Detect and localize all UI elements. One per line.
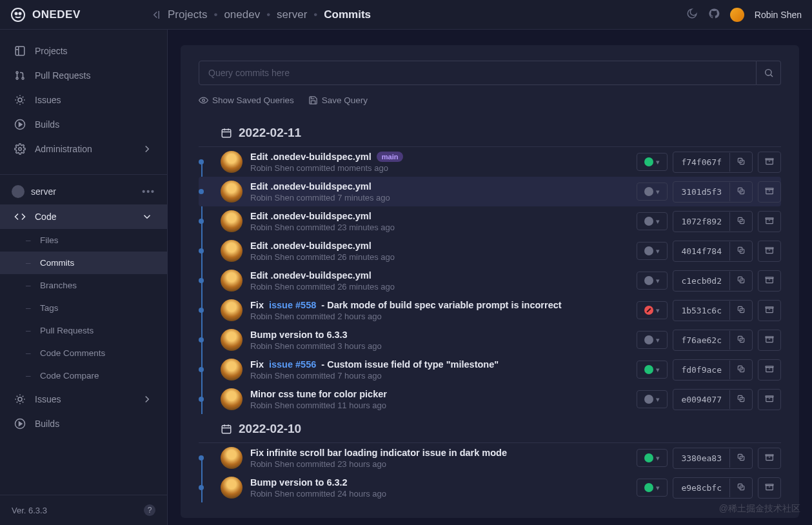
copy-hash-button[interactable] — [730, 301, 752, 321]
commit-title[interactable]: Edit .onedev-buildspec.yml — [250, 211, 629, 221]
sidebar-item-builds[interactable]: Builds — [0, 112, 167, 137]
copy-hash-button[interactable] — [730, 478, 752, 498]
build-status[interactable]: ▾ — [637, 272, 668, 290]
sidebar-item-issues[interactable]: Issues — [0, 88, 167, 112]
browse-tree-button[interactable] — [758, 241, 781, 262]
build-status[interactable]: ▾ — [637, 449, 668, 467]
commit-avatar[interactable] — [221, 299, 243, 321]
browse-tree-button[interactable] — [758, 389, 781, 410]
sidebar-sub-tags[interactable]: Tags — [0, 297, 167, 319]
commit-title[interactable]: Edit .onedev-buildspec.yml — [250, 181, 629, 192]
hash-link[interactable]: 1b531c6c — [673, 301, 730, 320]
commit-avatar[interactable] — [221, 240, 243, 262]
crumb-server[interactable]: server — [277, 8, 307, 21]
browse-tree-button[interactable] — [758, 211, 781, 232]
commit-title[interactable]: Fix infinite scroll bar loading indicato… — [250, 448, 629, 458]
commit-author[interactable]: Robin Shen — [250, 252, 294, 262]
sidebar-sub-code-comments[interactable]: Code Comments — [0, 342, 167, 364]
sidebar-collapse-button[interactable] — [150, 9, 161, 21]
hash-link[interactable]: fd0f9ace — [673, 361, 730, 379]
theme-toggle-icon[interactable] — [686, 8, 698, 21]
hash-link[interactable]: 4014f784 — [673, 242, 730, 261]
commit-author[interactable]: Robin Shen — [250, 341, 294, 351]
project-more-icon[interactable]: ••• — [142, 186, 155, 197]
hash-link[interactable]: e9e8cbfc — [673, 479, 730, 497]
commit-author[interactable]: Robin Shen — [250, 193, 294, 203]
hash-link[interactable]: f74f067f — [673, 153, 730, 172]
build-status[interactable]: ▾ — [637, 183, 668, 201]
save-query[interactable]: Save Query — [308, 95, 368, 105]
crumb-onedev[interactable]: onedev — [224, 8, 260, 21]
sidebar-item-projects[interactable]: Projects — [0, 39, 167, 63]
sidebar-sub-files[interactable]: Files — [0, 229, 167, 252]
commit-author[interactable]: Robin Shen — [250, 459, 294, 469]
project-selector[interactable]: server ••• — [0, 179, 167, 204]
issue-link[interactable]: issue #556 — [269, 359, 316, 370]
sidebar-item-administration[interactable]: Administration — [0, 137, 167, 161]
build-status[interactable]: ▾ — [637, 242, 668, 260]
commit-title[interactable]: Edit .onedev-buildspec.yml — [250, 270, 629, 281]
browse-tree-button[interactable] — [758, 477, 781, 499]
commit-author[interactable]: Robin Shen — [250, 489, 294, 499]
github-icon[interactable] — [708, 8, 720, 21]
logo[interactable]: ONEDEV — [10, 7, 168, 23]
build-status[interactable]: ▾ — [637, 153, 668, 171]
commit-avatar[interactable] — [221, 477, 243, 499]
copy-hash-button[interactable] — [730, 390, 752, 410]
sidebar-code[interactable]: Code — [0, 204, 167, 229]
help-icon[interactable]: ? — [144, 504, 155, 516]
show-saved-queries[interactable]: Show Saved Queries — [199, 95, 294, 105]
build-status[interactable]: ▾ — [637, 212, 668, 230]
build-status[interactable]: ▾ — [637, 301, 668, 319]
build-status[interactable]: ▾ — [637, 479, 668, 497]
issue-link[interactable]: issue #558 — [269, 300, 316, 310]
browse-tree-button[interactable] — [758, 270, 781, 292]
hash-link[interactable]: 3380ea83 — [673, 449, 730, 468]
commit-author[interactable]: Robin Shen — [250, 223, 294, 232]
commit-avatar[interactable] — [221, 359, 243, 381]
build-status[interactable]: ▾ — [637, 331, 668, 349]
browse-tree-button[interactable] — [758, 448, 781, 469]
hash-link[interactable]: 3101d5f3 — [673, 183, 730, 201]
browse-tree-button[interactable] — [758, 359, 781, 381]
commit-author[interactable]: Robin Shen — [250, 401, 294, 410]
branch-badge[interactable]: main — [377, 152, 404, 162]
commit-author[interactable]: Robin Shen — [250, 163, 294, 173]
user-avatar[interactable] — [730, 8, 744, 22]
browse-tree-button[interactable] — [758, 300, 781, 321]
commit-title[interactable]: Bump version to 6.3.3 — [250, 330, 629, 340]
search-button[interactable] — [757, 61, 781, 85]
sidebar-item-builds-2[interactable]: Builds — [0, 411, 167, 436]
build-status[interactable]: ▾ — [637, 361, 668, 379]
copy-hash-button[interactable] — [730, 182, 752, 202]
sidebar-item-issues-2[interactable]: Issues — [0, 387, 167, 411]
commit-avatar[interactable] — [221, 151, 243, 173]
commit-avatar[interactable] — [221, 329, 243, 351]
commit-author[interactable]: Robin Shen — [250, 282, 294, 292]
commit-author[interactable]: Robin Shen — [250, 312, 294, 321]
build-status[interactable]: ▾ — [637, 390, 668, 408]
sidebar-sub-pull-requests[interactable]: Pull Requests — [0, 319, 167, 342]
browse-tree-button[interactable] — [758, 181, 781, 203]
commit-avatar[interactable] — [221, 181, 243, 203]
query-input[interactable] — [199, 61, 757, 85]
hash-link[interactable]: e0094077 — [673, 390, 730, 409]
commit-title[interactable]: Minor css tune for color picker — [250, 389, 629, 399]
copy-hash-button[interactable] — [730, 360, 752, 380]
commit-avatar[interactable] — [221, 388, 243, 410]
copy-hash-button[interactable] — [730, 271, 752, 291]
commit-title[interactable]: Edit .onedev-buildspec.yml — [250, 241, 629, 251]
commit-title[interactable]: Edit .onedev-buildspec.ymlmain — [250, 152, 629, 162]
commit-avatar[interactable] — [221, 270, 243, 292]
sidebar-sub-branches[interactable]: Branches — [0, 274, 167, 297]
commit-title[interactable]: Fix issue #556 - Custom issue field of t… — [250, 359, 629, 370]
commit-avatar[interactable] — [221, 447, 243, 469]
copy-hash-button[interactable] — [730, 212, 752, 232]
browse-tree-button[interactable] — [758, 330, 781, 351]
copy-hash-button[interactable] — [730, 241, 752, 261]
hash-link[interactable]: f76ae62c — [673, 331, 730, 350]
sidebar-sub-commits[interactable]: Commits — [0, 252, 167, 274]
sidebar-sub-code-compare[interactable]: Code Compare — [0, 364, 167, 387]
hash-link[interactable]: 1072f892 — [673, 212, 730, 231]
commit-avatar[interactable] — [221, 210, 243, 232]
